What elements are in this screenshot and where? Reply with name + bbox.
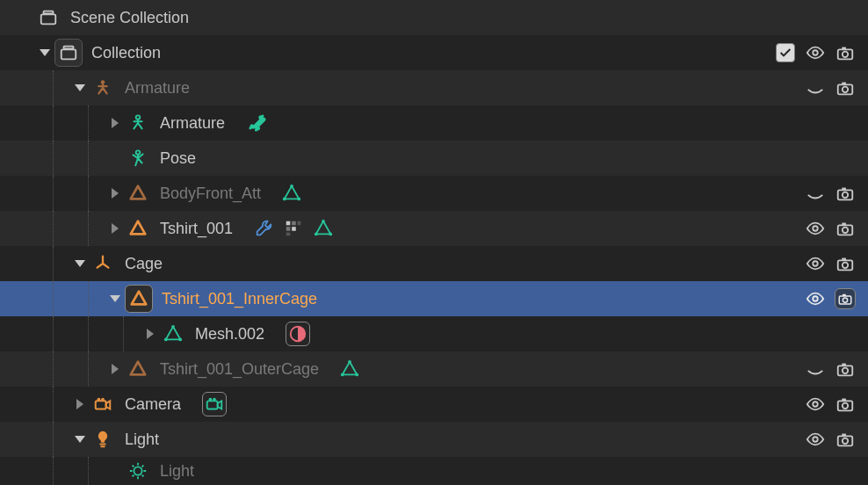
eye-icon bbox=[806, 289, 825, 308]
svg-point-10 bbox=[843, 87, 848, 92]
toggle-render[interactable] bbox=[835, 77, 856, 98]
vertex-groups-icon[interactable] bbox=[314, 219, 333, 238]
svg-rect-36 bbox=[842, 258, 846, 261]
row-tshirt-innercage[interactable]: Tshirt_001_InnerCage bbox=[0, 281, 868, 316]
expander-outercage[interactable] bbox=[105, 364, 125, 374]
svg-point-55 bbox=[209, 398, 213, 402]
svg-point-41 bbox=[171, 325, 175, 329]
svg-rect-32 bbox=[842, 223, 846, 226]
row-armature-data[interactable]: Armature bbox=[0, 105, 868, 141]
toggle-visibility[interactable] bbox=[805, 253, 826, 274]
pose-label: Pose bbox=[155, 149, 196, 168]
svg-point-63 bbox=[843, 438, 848, 444]
camera-icon bbox=[835, 43, 855, 62]
modifier-wrench-icon[interactable] bbox=[254, 219, 273, 238]
row-armature-obj[interactable]: Armature bbox=[0, 70, 868, 105]
svg-rect-0 bbox=[41, 14, 56, 24]
row-light-data[interactable]: Light bbox=[0, 457, 868, 485]
svg-rect-11 bbox=[842, 83, 846, 85]
vertex-groups-icon bbox=[282, 184, 301, 203]
mesh-data-icon bbox=[163, 324, 183, 344]
svg-point-43 bbox=[164, 338, 168, 342]
camera-obj-icon bbox=[93, 395, 112, 414]
expander-armature-data[interactable] bbox=[105, 118, 125, 128]
bodyfront-label: BodyFront_Att bbox=[155, 185, 261, 203]
row-cage[interactable]: Cage bbox=[0, 246, 868, 281]
camera-data-icon[interactable] bbox=[205, 395, 224, 414]
svg-rect-23 bbox=[292, 227, 296, 231]
expander-light[interactable] bbox=[70, 436, 90, 443]
svg-point-49 bbox=[843, 368, 848, 373]
camera-icon bbox=[835, 78, 855, 98]
bone-icon bbox=[246, 112, 269, 134]
toggle-visibility[interactable] bbox=[805, 183, 826, 204]
toggle-visibility[interactable] bbox=[805, 77, 826, 98]
toggle-render[interactable] bbox=[835, 288, 856, 309]
row-tshirt[interactable]: Tshirt_001 bbox=[0, 211, 868, 246]
toggle-render[interactable] bbox=[835, 183, 856, 204]
expander-mesh002[interactable] bbox=[141, 329, 160, 339]
svg-point-42 bbox=[178, 338, 182, 342]
toggle-visibility[interactable] bbox=[805, 288, 826, 309]
svg-point-4 bbox=[813, 50, 818, 55]
expander-bodyfront[interactable] bbox=[105, 188, 125, 199]
toggle-render[interactable] bbox=[835, 394, 856, 415]
svg-rect-40 bbox=[843, 294, 846, 296]
expander-tshirt[interactable] bbox=[105, 223, 125, 234]
toggle-visibility[interactable] bbox=[805, 42, 826, 63]
svg-point-37 bbox=[813, 296, 818, 301]
toggle-render[interactable] bbox=[835, 218, 856, 239]
svg-rect-25 bbox=[286, 233, 291, 236]
expander-innercage[interactable] bbox=[105, 295, 125, 302]
row-scene-collection[interactable]: Scene Collection bbox=[0, 0, 868, 35]
vertex-groups-icon bbox=[340, 359, 359, 379]
expander-collection[interactable] bbox=[35, 49, 54, 56]
toggle-visibility[interactable] bbox=[805, 429, 826, 450]
camera-icon bbox=[835, 184, 855, 203]
eye-closed-icon bbox=[806, 184, 825, 203]
row-tshirt-outercage[interactable]: Tshirt_001_OuterCage bbox=[0, 351, 868, 387]
exclude-checkbox[interactable] bbox=[775, 42, 796, 63]
armature-data-label: Armature bbox=[155, 114, 225, 133]
uv-icon[interactable] bbox=[284, 219, 303, 238]
svg-point-18 bbox=[843, 192, 848, 198]
svg-point-61 bbox=[813, 437, 818, 442]
toggle-render[interactable] bbox=[835, 253, 856, 274]
scene-collection-label: Scene Collection bbox=[65, 9, 189, 27]
row-pose[interactable]: Pose bbox=[0, 141, 868, 176]
toggle-visibility[interactable] bbox=[805, 358, 826, 380]
toggle-render[interactable] bbox=[835, 42, 856, 63]
svg-point-45 bbox=[348, 360, 351, 364]
svg-rect-20 bbox=[286, 221, 291, 226]
svg-rect-1 bbox=[44, 11, 54, 14]
toggle-render[interactable] bbox=[835, 358, 856, 380]
camera-icon bbox=[835, 430, 855, 449]
armature-icon bbox=[93, 78, 112, 98]
toggle-visibility[interactable] bbox=[805, 394, 826, 415]
svg-point-31 bbox=[843, 228, 848, 233]
svg-point-52 bbox=[98, 398, 101, 402]
material-icon[interactable] bbox=[288, 324, 307, 344]
row-camera[interactable]: Camera bbox=[0, 387, 868, 422]
expander-camera[interactable] bbox=[70, 399, 90, 409]
light-icon bbox=[93, 430, 112, 449]
tshirt-innercage-label: Tshirt_001_InnerCage bbox=[156, 290, 317, 308]
svg-point-59 bbox=[843, 403, 848, 409]
svg-point-47 bbox=[341, 373, 344, 377]
armature-data-icon bbox=[128, 113, 148, 133]
row-light-obj[interactable]: Light bbox=[0, 422, 868, 457]
svg-point-46 bbox=[356, 373, 359, 377]
collection-label: Collection bbox=[86, 44, 161, 62]
eye-closed-icon bbox=[806, 78, 825, 98]
toggle-visibility[interactable] bbox=[805, 218, 826, 239]
row-bodyfront[interactable]: BodyFront_Att bbox=[0, 176, 868, 211]
svg-rect-22 bbox=[286, 227, 291, 231]
row-collection[interactable]: Collection bbox=[0, 35, 868, 70]
row-mesh002[interactable]: Mesh.002 bbox=[0, 316, 868, 351]
svg-point-28 bbox=[315, 233, 318, 236]
expander-cage[interactable] bbox=[70, 260, 90, 267]
toggle-render[interactable] bbox=[835, 429, 856, 450]
svg-point-56 bbox=[213, 398, 216, 402]
expander-armature-obj[interactable] bbox=[70, 84, 90, 91]
eye-icon bbox=[806, 395, 825, 414]
